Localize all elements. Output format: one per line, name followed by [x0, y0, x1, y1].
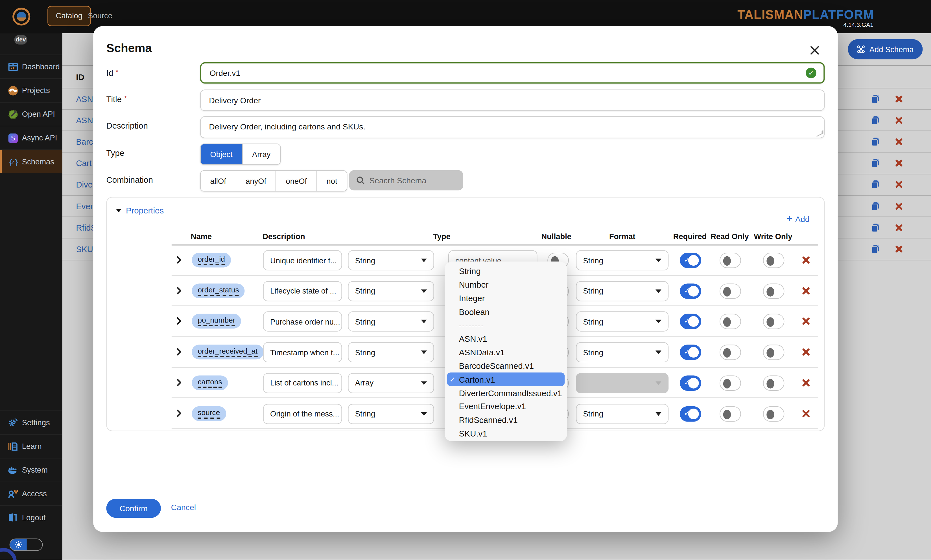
readonly-toggle[interactable]: ✓: [719, 253, 741, 268]
required-toggle[interactable]: ✓: [680, 314, 701, 329]
schema-id-link[interactable]: Barc: [76, 137, 93, 147]
cancel-button[interactable]: Cancel: [171, 503, 196, 512]
property-format-select[interactable]: String: [576, 342, 669, 363]
readonly-toggle[interactable]: ✓: [719, 375, 741, 391]
sidebar-item-settings[interactable]: Settings: [0, 410, 62, 434]
property-name-pill[interactable]: cartons: [192, 375, 228, 390]
property-name-pill[interactable]: source: [192, 406, 226, 421]
writeonly-toggle[interactable]: ✓: [763, 406, 784, 422]
writeonly-toggle[interactable]: ✓: [763, 345, 784, 360]
property-description-input[interactable]: Origin of the mess...: [263, 403, 342, 424]
delete-property-icon[interactable]: [802, 256, 810, 264]
delete-property-icon[interactable]: [802, 409, 810, 417]
property-name-pill[interactable]: po_number: [192, 314, 241, 329]
sidebar-item-open-api[interactable]: Open API: [0, 102, 62, 126]
search-schema-input[interactable]: Seacrh Schema: [349, 170, 463, 191]
expand-chevron-icon[interactable]: [176, 256, 182, 264]
property-type-select[interactable]: Array: [348, 373, 434, 393]
copy-icon[interactable]: [871, 158, 880, 168]
copy-icon[interactable]: [871, 244, 880, 254]
property-type-select[interactable]: String: [348, 251, 434, 271]
property-description-input[interactable]: List of cartons incl...: [263, 373, 342, 393]
close-icon[interactable]: [809, 45, 820, 56]
dropdown-option[interactable]: ✓ EventEnvelope.v1: [445, 400, 567, 413]
property-name-pill[interactable]: order_id: [192, 253, 231, 268]
combination-not[interactable]: not: [317, 171, 347, 191]
copy-icon[interactable]: [871, 202, 880, 211]
property-format-select[interactable]: String: [576, 281, 669, 301]
schema-id-link[interactable]: SKU.: [76, 244, 96, 254]
resize-handle[interactable]: [817, 130, 823, 137]
sidebar-item-schemas[interactable]: {}✓ Schemas: [0, 149, 62, 173]
expand-chevron-icon[interactable]: [176, 317, 182, 325]
expand-chevron-icon[interactable]: [176, 348, 182, 356]
delete-icon[interactable]: [895, 95, 903, 102]
readonly-toggle[interactable]: ✓: [719, 314, 741, 329]
properties-section-toggle[interactable]: Properties: [116, 206, 164, 215]
schema-id-link[interactable]: Cart: [76, 158, 92, 168]
id-input[interactable]: Order.v1 ✓: [200, 62, 825, 84]
writeonly-toggle[interactable]: ✓: [763, 314, 784, 329]
dropdown-option[interactable]: ✓ --------: [445, 318, 567, 332]
property-type-select[interactable]: String: [348, 342, 434, 363]
type-option-object[interactable]: Object: [201, 144, 242, 165]
sidebar-item-access[interactable]: Access: [0, 482, 62, 505]
property-description-input[interactable]: Purchase order nu...: [263, 312, 342, 332]
readonly-toggle[interactable]: ✓: [719, 345, 741, 360]
sidebar-item-system[interactable]: System: [0, 458, 62, 482]
dropdown-option[interactable]: ✓ ASNData.v1: [445, 346, 567, 359]
property-format-select[interactable]: String: [576, 251, 669, 271]
sidebar-item-async-api[interactable]: S Async API: [0, 126, 62, 149]
add-schema-button[interactable]: Add Schema: [848, 39, 923, 60]
expand-chevron-icon[interactable]: [176, 378, 182, 386]
property-description-input[interactable]: Unique identifier f...: [263, 251, 342, 271]
required-toggle[interactable]: ✓: [680, 406, 701, 422]
title-input[interactable]: Delivery Order: [200, 90, 825, 111]
dropdown-option[interactable]: ✓ Boolean: [445, 305, 567, 318]
dropdown-option[interactable]: ✓ DiverterCommandIssued.v1: [445, 386, 567, 400]
delete-icon[interactable]: [895, 224, 903, 231]
sidebar-item-learn[interactable]: Learn: [0, 434, 62, 458]
schema-id-link[interactable]: ASN: [76, 94, 93, 104]
delete-property-icon[interactable]: [802, 287, 810, 294]
delete-icon[interactable]: [895, 181, 903, 188]
property-format-select[interactable]: String: [576, 312, 669, 332]
copy-icon[interactable]: [871, 94, 880, 104]
required-toggle[interactable]: ✓: [680, 253, 701, 268]
type-option-array[interactable]: Array: [242, 144, 280, 165]
confirm-button[interactable]: Confirm: [106, 499, 161, 518]
dropdown-option[interactable]: ✓ BarcodeScanned.v1: [445, 359, 567, 373]
property-type-select[interactable]: String: [348, 281, 434, 301]
add-property-button[interactable]: + Add: [787, 214, 810, 224]
dropdown-option[interactable]: ✓ Integer: [445, 292, 567, 305]
tab-source[interactable]: Source: [80, 6, 121, 26]
combination-allof[interactable]: allOf: [201, 171, 236, 191]
delete-icon[interactable]: [895, 246, 903, 253]
schema-id-link[interactable]: Even: [76, 202, 95, 211]
property-name-pill[interactable]: order_status: [192, 283, 245, 298]
property-description-input[interactable]: Lifecycle state of ...: [263, 281, 342, 301]
readonly-toggle[interactable]: ✓: [719, 406, 741, 422]
property-description-input[interactable]: Timestamp when t...: [263, 342, 342, 363]
property-type-select[interactable]: String: [348, 312, 434, 332]
dropdown-option[interactable]: ✓ Number: [445, 278, 567, 292]
copy-icon[interactable]: [871, 180, 880, 189]
required-toggle[interactable]: ✓: [680, 375, 701, 391]
sidebar-item-logout[interactable]: Logout: [0, 505, 62, 529]
property-name-pill[interactable]: order_received_at: [192, 345, 263, 360]
writeonly-toggle[interactable]: ✓: [763, 253, 784, 268]
copy-icon[interactable]: [871, 223, 880, 232]
dropdown-option[interactable]: ✓ ASN.v1: [445, 332, 567, 346]
copy-icon[interactable]: [871, 137, 880, 147]
delete-icon[interactable]: [895, 160, 903, 167]
schema-id-link[interactable]: Dive: [76, 180, 93, 189]
copy-icon[interactable]: [871, 115, 880, 125]
required-toggle[interactable]: ✓: [680, 283, 701, 299]
expand-chevron-icon[interactable]: [176, 286, 182, 294]
property-type-select[interactable]: String: [348, 403, 434, 424]
property-format-select[interactable]: [576, 373, 669, 393]
dropdown-option[interactable]: ✓ String: [445, 265, 567, 278]
writeonly-toggle[interactable]: ✓: [763, 375, 784, 391]
sidebar-item-dashboard[interactable]: Dashboard: [0, 55, 62, 78]
delete-property-icon[interactable]: [802, 317, 810, 325]
